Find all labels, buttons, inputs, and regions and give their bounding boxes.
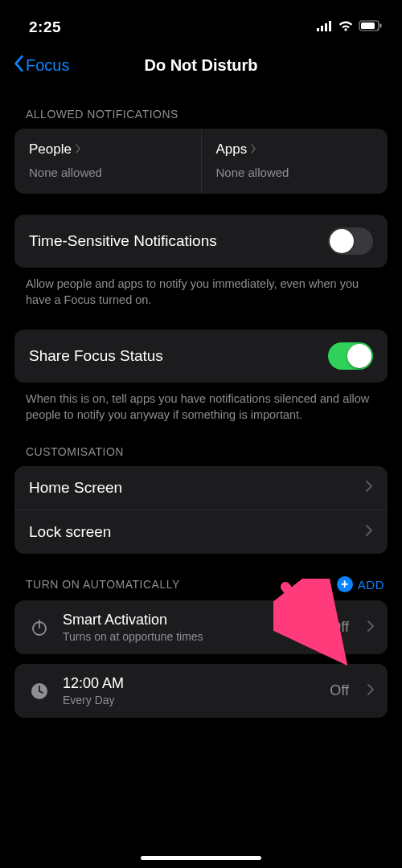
svg-rect-1 [321, 26, 323, 31]
nav-bar: Focus Do Not Disturb [0, 45, 402, 85]
add-button[interactable]: + ADD [337, 576, 384, 592]
share-status-row[interactable]: Share Focus Status [14, 330, 388, 383]
plus-icon: + [337, 576, 353, 592]
auto-item-sub: Every Day [63, 694, 318, 706]
auto-item-title: Smart Activation [63, 612, 318, 628]
time-sensitive-switch[interactable] [328, 227, 373, 255]
auto-item-time[interactable]: 12:00 AM Every Day Off [14, 664, 388, 718]
allowed-card: People None allowed Apps None allowed [14, 129, 388, 194]
time-sensitive-label: Time-Sensitive Notifications [29, 232, 217, 250]
home-screen-label: Home Screen [29, 479, 122, 497]
lock-screen-row[interactable]: Lock screen [14, 510, 388, 554]
status-bar: 2:25 [0, 0, 402, 45]
auto-item-sub: Turns on at opportune times [63, 630, 318, 643]
share-status-card: Share Focus Status [14, 330, 388, 383]
chevron-right-icon [250, 141, 256, 158]
auto-header-label: TURN ON AUTOMATICALLY [26, 578, 180, 591]
section-header-customisation: CUSTOMISATION [26, 445, 388, 458]
share-status-switch[interactable] [328, 342, 373, 370]
time-sensitive-row[interactable]: Time-Sensitive Notifications [14, 215, 388, 268]
auto-item-status: Off [330, 682, 349, 699]
home-indicator[interactable] [141, 856, 261, 860]
chevron-left-icon [13, 55, 24, 76]
svg-rect-2 [325, 23, 327, 31]
power-icon [27, 618, 51, 637]
back-button[interactable]: Focus [13, 55, 69, 76]
svg-rect-6 [380, 24, 382, 28]
battery-icon [359, 20, 383, 35]
home-screen-row[interactable]: Home Screen [14, 466, 388, 510]
apps-sub: None allowed [216, 166, 374, 179]
back-label: Focus [26, 56, 69, 75]
lock-screen-label: Lock screen [29, 523, 111, 541]
time-sensitive-footer: Allow people and apps to notify you imme… [14, 268, 388, 309]
time-sensitive-card: Time-Sensitive Notifications [14, 215, 388, 268]
chevron-right-icon [367, 620, 375, 636]
screen: 2:25 Focus Do Not Disturb ALLOWED NOTIFI… [0, 0, 402, 868]
status-right [317, 20, 383, 35]
chevron-right-icon [75, 141, 81, 158]
people-label: People [29, 141, 72, 158]
section-header-auto: TURN ON AUTOMATICALLY + ADD [26, 576, 388, 592]
svg-rect-3 [329, 21, 331, 31]
clock-icon [27, 682, 51, 701]
auto-item-title: 12:00 AM [63, 675, 318, 692]
share-status-label: Share Focus Status [29, 347, 163, 365]
people-sub: None allowed [29, 166, 187, 179]
section-header-allowed: ALLOWED NOTIFICATIONS [26, 108, 388, 121]
wifi-icon [338, 20, 354, 35]
content: ALLOWED NOTIFICATIONS People None allowe… [0, 108, 402, 718]
add-label: ADD [358, 578, 384, 592]
share-status-footer: When this is on, tell apps you have noti… [14, 383, 388, 424]
allowed-people[interactable]: People None allowed [14, 129, 202, 194]
apps-label: Apps [216, 141, 248, 158]
svg-rect-0 [317, 28, 319, 31]
auto-item-status: Off [330, 619, 349, 636]
chevron-right-icon [367, 683, 375, 699]
chevron-right-icon [365, 480, 373, 496]
auto-item-smart[interactable]: Smart Activation Turns on at opportune t… [14, 600, 388, 654]
allowed-apps[interactable]: Apps None allowed [202, 129, 388, 194]
status-time: 2:25 [29, 18, 61, 36]
cellular-icon [317, 20, 333, 35]
chevron-right-icon [365, 524, 373, 540]
svg-rect-5 [361, 23, 375, 29]
customisation-card: Home Screen Lock screen [14, 466, 388, 554]
